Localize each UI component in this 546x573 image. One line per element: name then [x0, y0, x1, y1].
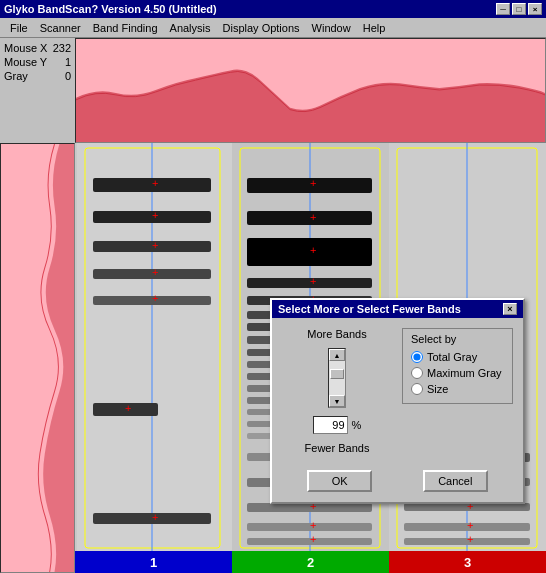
dialog-left-panel: More Bands ▲ ▼ % Fewer Bands	[282, 328, 392, 454]
svg-text:+: +	[152, 209, 158, 221]
band-slider-track[interactable]: ▲ ▼	[328, 348, 346, 408]
band-value-input[interactable]	[313, 416, 348, 434]
select-by-group: Select by Total Gray Maximum Gray	[402, 328, 513, 404]
radio-size-row: Size	[411, 383, 504, 395]
percent-label: %	[352, 419, 362, 431]
dialog-buttons: OK Cancel	[272, 464, 523, 502]
window-controls: ─ □ ×	[496, 3, 542, 15]
mouse-y-label: Mouse Y	[4, 56, 47, 68]
lane-bar-2: 2	[232, 551, 389, 573]
slider-up-arrow[interactable]: ▲	[329, 349, 345, 361]
fewer-bands-label: Fewer Bands	[305, 442, 370, 454]
svg-text:+: +	[152, 177, 158, 189]
svg-text:+: +	[152, 239, 158, 251]
menu-band-finding[interactable]: Band Finding	[87, 20, 164, 36]
radio-total-gray-label: Total Gray	[427, 351, 477, 363]
mouse-info-panel: Mouse X 232 Mouse Y 1 Gray 0	[0, 38, 75, 143]
mouse-y-value: 1	[65, 56, 71, 68]
radio-total-gray-row: Total Gray	[411, 351, 504, 363]
dialog-title-text: Select More or Select Fewer Bands	[278, 303, 461, 315]
more-bands-label: More Bands	[307, 328, 366, 340]
main-area: Mouse X 232 Mouse Y 1 Gray 0	[0, 38, 546, 573]
svg-text:+: +	[310, 519, 316, 531]
menu-display-options[interactable]: Display Options	[217, 20, 306, 36]
select-by-title: Select by	[411, 333, 504, 345]
mouse-y-row: Mouse Y 1	[4, 56, 71, 68]
cancel-button[interactable]: Cancel	[423, 470, 488, 492]
left-strip	[0, 143, 75, 573]
slider-down-arrow[interactable]: ▼	[329, 395, 345, 407]
gray-row: Gray 0	[4, 70, 71, 82]
svg-text:+: +	[152, 511, 158, 523]
svg-rect-3	[77, 143, 232, 558]
menu-analysis[interactable]: Analysis	[164, 20, 217, 36]
lane-bars: 1 2 3	[75, 551, 546, 573]
svg-text:+: +	[467, 533, 473, 545]
close-button[interactable]: ×	[528, 3, 542, 15]
gray-label: Gray	[4, 70, 28, 82]
dialog-title-bar: Select More or Select Fewer Bands ×	[272, 300, 523, 318]
top-graph	[75, 38, 546, 143]
svg-text:+: +	[467, 519, 473, 531]
mouse-x-label: Mouse X	[4, 42, 47, 54]
svg-text:+: +	[310, 244, 316, 256]
svg-text:+: +	[310, 177, 316, 189]
slider-thumb[interactable]	[330, 369, 344, 379]
title-bar: Glyko BandScan? Version 4.50 (Untitled) …	[0, 0, 546, 18]
radio-total-gray[interactable]	[411, 351, 423, 363]
lane-bar-3: 3	[389, 551, 546, 573]
dialog-right-panel: Select by Total Gray Maximum Gray	[402, 328, 513, 454]
radio-maximum-gray[interactable]	[411, 367, 423, 379]
band-slider-container: ▲ ▼	[328, 348, 346, 408]
radio-size-label: Size	[427, 383, 448, 395]
top-panel: Mouse X 232 Mouse Y 1 Gray 0	[0, 38, 546, 143]
mouse-x-row: Mouse X 232	[4, 42, 71, 54]
app-title: Glyko BandScan? Version 4.50 (Untitled)	[4, 3, 496, 15]
svg-text:+: +	[152, 266, 158, 278]
menu-scanner[interactable]: Scanner	[34, 20, 87, 36]
menu-bar: File Scanner Band Finding Analysis Displ…	[0, 18, 546, 38]
menu-window[interactable]: Window	[306, 20, 357, 36]
svg-text:+: +	[310, 275, 316, 287]
svg-text:+: +	[152, 292, 158, 304]
lane-bar-1: 1	[75, 551, 232, 573]
bottom-panel: + + + + + + +	[0, 143, 546, 573]
mouse-x-value: 232	[53, 42, 71, 54]
value-input-row: %	[313, 416, 362, 434]
svg-text:+: +	[310, 211, 316, 223]
radio-maximum-gray-row: Maximum Gray	[411, 367, 504, 379]
radio-maximum-gray-label: Maximum Gray	[427, 367, 502, 379]
dialog-close-button[interactable]: ×	[503, 303, 517, 315]
gray-value: 0	[65, 70, 71, 82]
select-bands-dialog: Select More or Select Fewer Bands × More…	[270, 298, 525, 504]
maximize-button[interactable]: □	[512, 3, 526, 15]
dialog-body: More Bands ▲ ▼ % Fewer Bands	[272, 318, 523, 464]
minimize-button[interactable]: ─	[496, 3, 510, 15]
ok-button[interactable]: OK	[307, 470, 372, 492]
menu-file[interactable]: File	[4, 20, 34, 36]
svg-text:+: +	[125, 402, 131, 414]
svg-text:+: +	[310, 533, 316, 545]
radio-size[interactable]	[411, 383, 423, 395]
menu-help[interactable]: Help	[357, 20, 392, 36]
